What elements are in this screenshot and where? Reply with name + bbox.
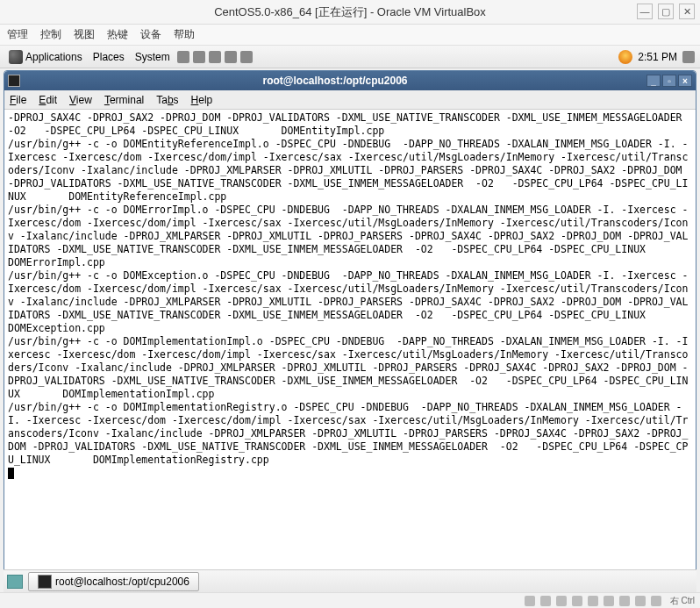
vb-menu-help[interactable]: 帮助 xyxy=(174,27,195,42)
vb-close-button[interactable]: ✕ xyxy=(679,4,695,19)
vb-menu-hotkey[interactable]: 热键 xyxy=(107,27,128,42)
term-menu-file[interactable]: File xyxy=(10,94,26,106)
gnome-system-menu[interactable]: System xyxy=(132,51,174,63)
term-menu-edit[interactable]: Edit xyxy=(39,94,57,106)
virtualbox-menubar: 管理 控制 视图 热键 设备 帮助 xyxy=(0,25,700,46)
terminal-minimize-button[interactable]: _ xyxy=(646,75,661,87)
launcher-icon-5[interactable] xyxy=(240,51,253,63)
vb-status-hdd-icon[interactable] xyxy=(525,596,535,606)
vb-maximize-button[interactable]: ▢ xyxy=(658,4,674,19)
term-menu-terminal[interactable]: Terminal xyxy=(104,94,144,106)
term-menu-tabs[interactable]: Tabs xyxy=(156,94,178,106)
volume-icon[interactable] xyxy=(682,51,695,63)
terminal-icon xyxy=(38,575,52,589)
taskbar-terminal-button[interactable]: root@localhost:/opt/cpu2006 xyxy=(28,572,199,591)
terminal-window: root@localhost:/opt/cpu2006 _ ▫ × File E… xyxy=(4,70,696,572)
gnome-applications-menu[interactable]: Applications xyxy=(5,50,86,64)
gnome-foot-icon xyxy=(9,50,23,64)
launcher-icon-1[interactable] xyxy=(177,51,189,63)
vb-menu-view[interactable]: 视图 xyxy=(74,27,95,42)
vb-status-audio-icon[interactable] xyxy=(556,596,567,606)
gnome-places-menu[interactable]: Places xyxy=(89,51,128,63)
vb-status-cd-icon[interactable] xyxy=(540,596,551,606)
terminal-cursor xyxy=(8,468,14,479)
terminal-menubar: File Edit View Terminal Tabs Help xyxy=(4,90,696,110)
vb-status-mouse-icon[interactable] xyxy=(651,596,661,606)
vb-status-net-icon[interactable] xyxy=(572,596,582,606)
launcher-icon-3[interactable] xyxy=(209,51,221,63)
taskbar-item-label: root@localhost:/opt/cpu2006 xyxy=(55,576,189,588)
virtualbox-statusbar: 右 Ctrl xyxy=(0,592,700,608)
vb-menu-manage[interactable]: 管理 xyxy=(7,27,28,42)
vb-status-shared-icon[interactable] xyxy=(604,596,614,606)
terminal-app-icon xyxy=(8,75,20,87)
update-notifier-icon[interactable] xyxy=(618,50,632,64)
terminal-title: root@localhost:/opt/cpu2006 xyxy=(24,75,646,87)
vb-status-record-icon[interactable] xyxy=(635,596,646,606)
virtualbox-titlebar: CentOS5.0-x86_64 [正在运行] - Oracle VM Virt… xyxy=(0,0,700,25)
vb-minimize-button[interactable]: — xyxy=(637,4,653,19)
gnome-top-panel: Applications Places System 2:51 PM xyxy=(0,46,700,68)
terminal-body[interactable]: -DPROJ_SAX4C -DPROJ_SAX2 -DPROJ_DOM -DPR… xyxy=(4,110,696,571)
vb-menu-control[interactable]: 控制 xyxy=(40,27,61,42)
vb-hostkey-indicator: 右 Ctrl xyxy=(670,595,695,607)
show-desktop-button[interactable] xyxy=(7,575,23,589)
terminal-maximize-button[interactable]: ▫ xyxy=(662,75,676,87)
term-menu-view[interactable]: View xyxy=(69,94,92,106)
clock[interactable]: 2:51 PM xyxy=(638,51,677,63)
vb-menu-devices[interactable]: 设备 xyxy=(140,27,161,42)
terminal-titlebar[interactable]: root@localhost:/opt/cpu2006 _ ▫ × xyxy=(4,71,696,90)
vb-status-display-icon[interactable] xyxy=(619,596,630,606)
terminal-output: -DPROJ_SAX4C -DPROJ_SAX2 -DPROJ_DOM -DPR… xyxy=(8,111,694,466)
term-menu-help[interactable]: Help xyxy=(191,94,213,106)
gnome-bottom-panel: root@localhost:/opt/cpu2006 xyxy=(4,569,696,592)
launcher-icon-2[interactable] xyxy=(193,51,205,63)
virtualbox-title: CentOS5.0-x86_64 [正在运行] - Oracle VM Virt… xyxy=(214,4,486,20)
vb-status-usb-icon[interactable] xyxy=(588,596,598,606)
terminal-close-button[interactable]: × xyxy=(678,75,692,87)
launcher-icon-4[interactable] xyxy=(225,51,237,63)
